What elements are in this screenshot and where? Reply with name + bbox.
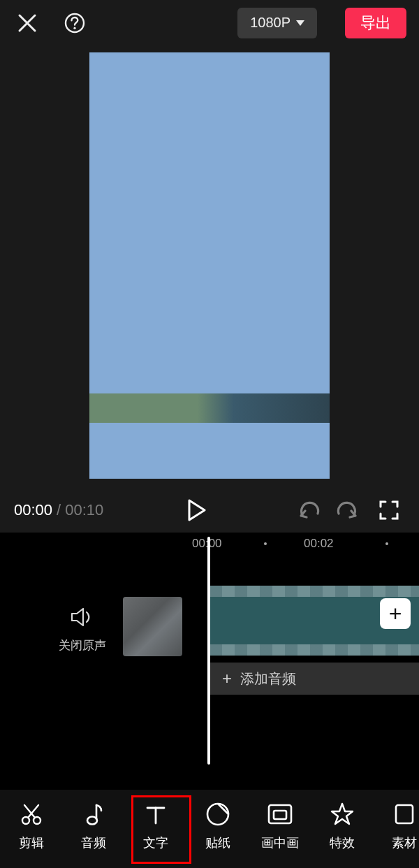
export-label: 导出	[360, 13, 391, 34]
time-display: 00:00 / 00:10	[14, 501, 103, 519]
resolution-select[interactable]: 1080P	[237, 8, 317, 38]
preview-area: 00:00 / 00:10	[0, 45, 419, 533]
scissors-icon	[19, 801, 44, 827]
svg-rect-6	[274, 811, 286, 819]
picture-in-picture-icon	[267, 801, 293, 827]
tool-label: 特效	[330, 834, 355, 851]
current-time: 00:00	[14, 501, 52, 519]
bottom-toolbar: 剪辑 音频 文字 贴纸	[0, 790, 419, 868]
svg-point-1	[73, 27, 75, 29]
plus-icon: +	[222, 669, 232, 688]
player-controls: 00:00 / 00:10	[0, 494, 419, 526]
star-icon	[330, 801, 355, 827]
close-button[interactable]	[13, 8, 42, 38]
svg-point-4	[87, 817, 97, 825]
tool-pip[interactable]: 画中画	[249, 798, 311, 851]
fullscreen-button[interactable]	[373, 494, 405, 526]
svg-rect-7	[396, 805, 413, 823]
time-separator: /	[57, 501, 61, 519]
tool-label: 剪辑	[19, 834, 44, 851]
svg-rect-5	[269, 805, 291, 823]
cover-thumbnail[interactable]	[123, 597, 182, 656]
add-audio-label: 添加音频	[240, 670, 296, 688]
ruler-tick-1: 00:02	[304, 537, 334, 551]
redo-button[interactable]	[331, 494, 363, 526]
resolution-label: 1080P	[250, 15, 291, 31]
timeline: 00:00 00:02 关闭原声 + + 添加音频	[0, 533, 419, 790]
plus-icon: +	[389, 602, 402, 625]
tool-effect[interactable]: 特效	[311, 798, 373, 851]
help-button[interactable]	[60, 8, 89, 38]
tool-cut[interactable]: 剪辑	[0, 798, 62, 851]
tool-label: 音频	[81, 834, 106, 851]
material-icon	[393, 801, 416, 827]
sticker-icon	[205, 801, 230, 827]
tool-audio[interactable]: 音频	[62, 798, 124, 851]
playhead[interactable]	[207, 537, 210, 765]
tool-label: 素材	[392, 834, 417, 851]
top-bar: 1080P 导出	[0, 0, 419, 45]
export-button[interactable]: 导出	[345, 8, 406, 38]
video-content-strip	[89, 393, 330, 423]
text-icon	[144, 801, 168, 827]
undo-button[interactable]	[293, 494, 325, 526]
music-note-icon	[82, 801, 105, 827]
add-audio-track[interactable]: + 添加音频	[210, 663, 419, 695]
tool-material[interactable]: 素材	[373, 798, 419, 851]
add-clip-button[interactable]: +	[380, 598, 411, 629]
total-time: 00:10	[65, 501, 103, 519]
tool-sticker[interactable]: 贴纸	[186, 798, 249, 851]
mute-original-button[interactable]: 关闭原声	[57, 607, 108, 653]
tool-label: 画中画	[261, 834, 299, 851]
ruler-dot	[385, 542, 388, 545]
tool-label: 文字	[143, 834, 168, 851]
tool-text[interactable]: 文字	[124, 798, 186, 851]
caret-down-icon	[296, 20, 304, 26]
tool-label: 贴纸	[205, 834, 230, 851]
mute-label: 关闭原声	[57, 637, 108, 653]
play-button[interactable]	[181, 494, 213, 526]
track-area[interactable]: 关闭原声 + + 添加音频	[0, 556, 419, 790]
ruler-dot	[264, 542, 267, 545]
speaker-icon	[71, 607, 94, 628]
video-preview[interactable]	[89, 52, 330, 479]
